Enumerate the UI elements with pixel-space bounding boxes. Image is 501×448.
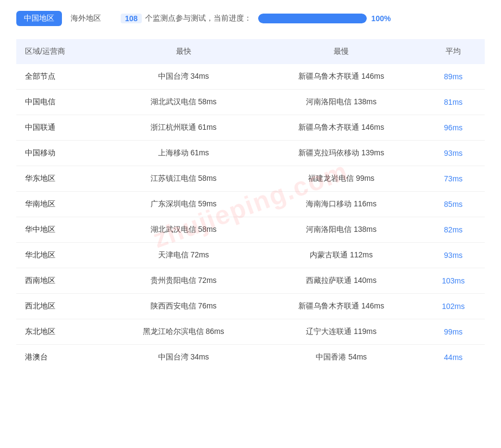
cell-region: 中国移动 [16, 141, 106, 166]
cell-region: 东北地区 [16, 319, 106, 345]
header-row: 区域/运营商 最快 最慢 平均 [16, 39, 485, 64]
cell-fastest: 湖北武汉电信 58ms [106, 90, 260, 115]
cell-region: 西北地区 [16, 294, 106, 319]
cell-avg: 103ms [422, 268, 485, 294]
cell-fastest: 中国台湾 34ms [106, 345, 260, 370]
table-container: zhujieping.com 区域/运营商 最快 最慢 平均 全部节点中国台湾 … [16, 39, 485, 370]
cell-slowest: 新疆乌鲁木齐联通 146ms [261, 294, 422, 319]
page-header: 中国地区 海外地区 108 个监测点参与测试，当前进度： 100% [16, 11, 485, 26]
progress-bar-fill [258, 14, 367, 23]
table-row: 西北地区陕西西安电信 76ms新疆乌鲁木齐联通 146ms102ms [16, 294, 485, 319]
cell-avg: 96ms [422, 115, 485, 141]
cell-slowest: 新疆乌鲁木齐联通 146ms [261, 64, 422, 90]
cell-fastest: 中国台湾 34ms [106, 64, 260, 90]
cell-region: 华北地区 [16, 243, 106, 268]
tab-china[interactable]: 中国地区 [16, 11, 62, 26]
cell-slowest: 福建龙岩电信 99ms [261, 166, 422, 192]
cell-avg: 81ms [422, 90, 485, 115]
cell-avg: 93ms [422, 243, 485, 268]
cell-slowest: 新疆乌鲁木齐联通 146ms [261, 115, 422, 141]
cell-slowest: 中国香港 54ms [261, 345, 422, 370]
tab-overseas[interactable]: 海外地区 [71, 14, 101, 23]
cell-avg: 73ms [422, 166, 485, 192]
cell-slowest: 西藏拉萨联通 140ms [261, 268, 422, 294]
progress-bar-background [258, 14, 367, 23]
cell-avg: 89ms [422, 64, 485, 90]
cell-fastest: 陕西西安电信 76ms [106, 294, 260, 319]
cell-region: 中国联通 [16, 115, 106, 141]
monitor-info: 108 个监测点参与测试，当前进度： 100% [121, 14, 391, 23]
col-fastest: 最快 [106, 39, 260, 64]
cell-slowest: 河南洛阳电信 138ms [261, 90, 422, 115]
table-row: 中国电信湖北武汉电信 58ms河南洛阳电信 138ms81ms [16, 90, 485, 115]
table-row: 华南地区广东深圳电信 59ms海南海口移动 116ms85ms [16, 192, 485, 217]
cell-avg: 82ms [422, 217, 485, 243]
table-row: 华东地区江苏镇江电信 58ms福建龙岩电信 99ms73ms [16, 166, 485, 192]
table-row: 华中地区湖北武汉电信 58ms河南洛阳电信 138ms82ms [16, 217, 485, 243]
cell-fastest: 湖北武汉电信 58ms [106, 217, 260, 243]
col-avg: 平均 [422, 39, 485, 64]
cell-fastest: 天津电信 72ms [106, 243, 260, 268]
cell-slowest: 新疆克拉玛依移动 139ms [261, 141, 422, 166]
table-row: 全部节点中国台湾 34ms新疆乌鲁木齐联通 146ms89ms [16, 64, 485, 90]
cell-slowest: 海南海口移动 116ms [261, 192, 422, 217]
cell-slowest: 河南洛阳电信 138ms [261, 217, 422, 243]
cell-region: 西南地区 [16, 268, 106, 294]
col-region: 区域/运营商 [16, 39, 106, 64]
table-row: 中国移动上海移动 61ms新疆克拉玛依移动 139ms93ms [16, 141, 485, 166]
cell-slowest: 内蒙古联通 112ms [261, 243, 422, 268]
monitor-count: 108 [121, 14, 142, 23]
monitor-text: 个监测点参与测试，当前进度： [145, 14, 252, 23]
cell-avg: 93ms [422, 141, 485, 166]
cell-fastest: 上海移动 61ms [106, 141, 260, 166]
progress-wrap: 100% [258, 14, 391, 23]
cell-avg: 85ms [422, 192, 485, 217]
cell-region: 全部节点 [16, 64, 106, 90]
cell-avg: 44ms [422, 345, 485, 370]
cell-fastest: 贵州贵阳电信 72ms [106, 268, 260, 294]
cell-fastest: 黑龙江哈尔滨电信 86ms [106, 319, 260, 345]
cell-region: 中国电信 [16, 90, 106, 115]
cell-region: 华南地区 [16, 192, 106, 217]
table-row: 东北地区黑龙江哈尔滨电信 86ms辽宁大连联通 119ms99ms [16, 319, 485, 345]
table-row: 华北地区天津电信 72ms内蒙古联通 112ms93ms [16, 243, 485, 268]
table-row: 中国联通浙江杭州联通 61ms新疆乌鲁木齐联通 146ms96ms [16, 115, 485, 141]
cell-region: 华东地区 [16, 166, 106, 192]
cell-avg: 102ms [422, 294, 485, 319]
cell-region: 港澳台 [16, 345, 106, 370]
cell-slowest: 辽宁大连联通 119ms [261, 319, 422, 345]
table-row: 港澳台中国台湾 34ms中国香港 54ms44ms [16, 345, 485, 370]
results-table: 区域/运营商 最快 最慢 平均 全部节点中国台湾 34ms新疆乌鲁木齐联通 14… [16, 39, 485, 370]
table-body: 全部节点中国台湾 34ms新疆乌鲁木齐联通 146ms89ms中国电信湖北武汉电… [16, 64, 485, 370]
cell-region: 华中地区 [16, 217, 106, 243]
cell-avg: 99ms [422, 319, 485, 345]
progress-label: 100% [371, 14, 391, 23]
cell-fastest: 广东深圳电信 59ms [106, 192, 260, 217]
table-row: 西南地区贵州贵阳电信 72ms西藏拉萨联通 140ms103ms [16, 268, 485, 294]
cell-fastest: 江苏镇江电信 58ms [106, 166, 260, 192]
cell-fastest: 浙江杭州联通 61ms [106, 115, 260, 141]
table-header: 区域/运营商 最快 最慢 平均 [16, 39, 485, 64]
col-slowest: 最慢 [261, 39, 422, 64]
